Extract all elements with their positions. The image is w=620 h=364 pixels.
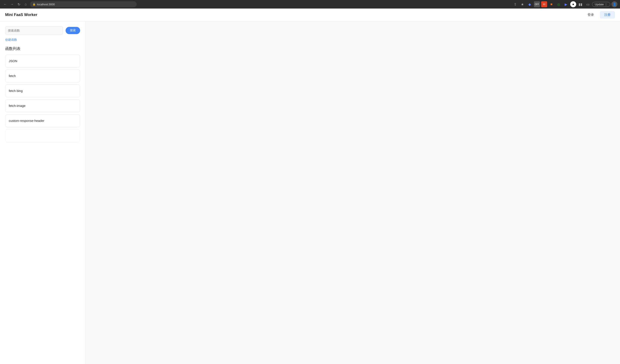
login-button[interactable]: 登录 xyxy=(585,12,596,18)
forward-button[interactable]: → xyxy=(9,2,15,7)
update-chevron-icon: ⋮ xyxy=(604,3,607,6)
sidebar-toggle[interactable]: ▭ xyxy=(585,1,591,7)
app-container: Mini FaaS Worker 登录 注册 搜索 创建函数 函数列表 JSON xyxy=(0,9,620,364)
function-name-fetch: fetch xyxy=(9,74,16,78)
refresh-button[interactable]: ↻ xyxy=(16,2,21,7)
function-name-custom-response-header: custom-response-header xyxy=(9,119,45,122)
url-text: localhost:3000 xyxy=(37,3,55,6)
function-name-fetch-bing: fetch bing xyxy=(9,89,23,93)
back-button[interactable]: ← xyxy=(2,2,8,7)
content-area xyxy=(85,21,620,364)
extension-6[interactable]: ▶ xyxy=(563,1,569,7)
sidebar: 搜索 创建函数 函数列表 JSON fetch fetch bing fetch… xyxy=(0,21,85,364)
function-list: JSON fetch fetch bing fetch-image custom… xyxy=(5,55,80,142)
function-name-fetch-image: fetch-image xyxy=(9,104,25,108)
browser-actions: ⇧ ★ ◆ OFF 60 ■ ◎ ▶ ● ▮▮ ▭ Update ⋮ 👤 xyxy=(512,1,618,7)
extensions-button[interactable]: ▮▮ xyxy=(577,1,584,7)
extension-5[interactable]: ◎ xyxy=(556,1,562,7)
address-bar[interactable]: 🔒 localhost:3000 xyxy=(30,1,137,7)
top-nav: Mini FaaS Worker 登录 注册 xyxy=(0,9,620,21)
profile-avatar[interactable]: 👤 xyxy=(611,1,618,7)
share-button[interactable]: ⇧ xyxy=(512,1,518,7)
bookmark-button[interactable]: ★ xyxy=(519,1,525,7)
function-list-title: 函数列表 xyxy=(5,46,80,51)
function-card-fetch-bing[interactable]: fetch bing xyxy=(5,85,80,97)
function-card-more[interactable] xyxy=(5,129,80,142)
function-card-custom-response-header[interactable]: custom-response-header xyxy=(5,114,80,127)
extension-1[interactable]: ◆ xyxy=(527,1,533,7)
browser-chrome: ← → ↻ ⌂ 🔒 localhost:3000 ⇧ ★ ◆ OFF 60 ■ … xyxy=(0,0,620,9)
app-title: Mini FaaS Worker xyxy=(5,13,37,17)
lock-icon: 🔒 xyxy=(32,3,36,6)
register-button[interactable]: 注册 xyxy=(600,11,615,19)
function-card-fetch-image[interactable]: fetch-image xyxy=(5,100,80,112)
extension-2[interactable]: OFF xyxy=(534,1,540,7)
search-input[interactable] xyxy=(5,27,63,35)
create-function-link[interactable]: 创建函数 xyxy=(5,38,80,42)
function-card-fetch[interactable]: fetch xyxy=(5,70,80,82)
function-name-more xyxy=(9,134,10,137)
search-button[interactable]: 搜索 xyxy=(66,27,80,34)
update-button[interactable]: Update ⋮ xyxy=(592,2,610,7)
function-card-json[interactable]: JSON xyxy=(5,55,80,67)
nav-actions: 登录 注册 xyxy=(585,11,615,19)
search-area: 搜索 xyxy=(5,27,80,35)
extension-7[interactable]: ● xyxy=(570,1,576,7)
home-button[interactable]: ⌂ xyxy=(23,2,28,7)
function-name-json: JSON xyxy=(9,59,17,63)
extension-4[interactable]: ■ xyxy=(548,1,554,7)
extension-3[interactable]: 60 xyxy=(541,1,547,7)
main-layout: 搜索 创建函数 函数列表 JSON fetch fetch bing fetch… xyxy=(0,21,620,364)
